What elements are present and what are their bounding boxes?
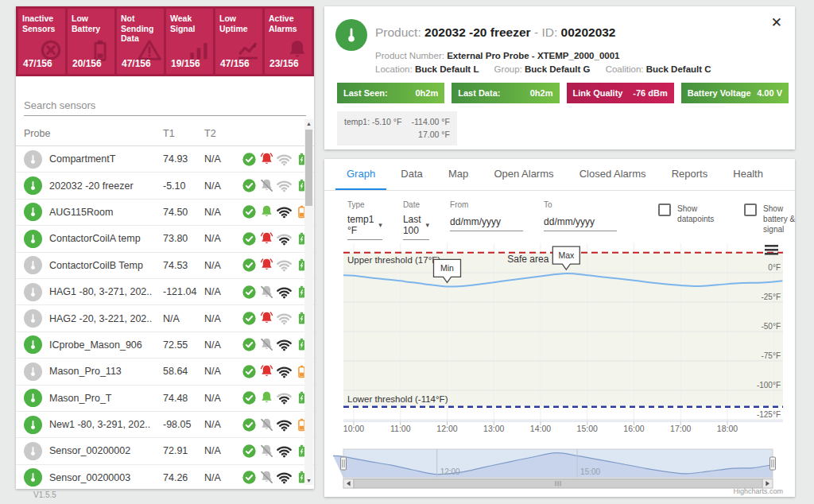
bell-icon xyxy=(258,310,275,327)
wifi-icon xyxy=(276,443,293,459)
x-axis-label: 17:00 xyxy=(670,424,691,433)
stat-tile-weak-signal[interactable]: Weak Signal19/156 xyxy=(166,9,213,74)
scrollbar-thumb[interactable] xyxy=(305,130,312,206)
chart-menu-icon[interactable] xyxy=(765,253,778,255)
chart-menu-icon[interactable] xyxy=(765,249,778,251)
sensor-row[interactable]: Sensor_0020000272.91N/A xyxy=(16,438,314,464)
sensor-row[interactable]: ICprobe_Mason_90672.55N/A xyxy=(16,332,314,359)
max-callout-label: Max xyxy=(558,250,575,260)
sensor-t2-value: N/A xyxy=(204,207,241,218)
sensor-row[interactable]: Sensor_0020000374.26N/A xyxy=(16,465,314,489)
search-input[interactable] xyxy=(24,95,306,116)
badge-value: 0h2m xyxy=(416,88,439,98)
sensor-row[interactable]: Mason_Pro_11358.64N/A xyxy=(16,359,314,385)
alarm-bell-icon xyxy=(258,469,275,486)
show-datapoints-checkbox[interactable] xyxy=(658,204,671,216)
sensor-row[interactable]: HAG1 -80, 3-271, 202..-121.04N/A xyxy=(16,279,314,305)
sensor-t2-value: N/A xyxy=(204,260,241,271)
chart-menu-icon[interactable] xyxy=(765,245,778,247)
stat-label: Low Battery xyxy=(72,14,110,33)
ok-icon xyxy=(241,336,258,353)
tab-open-alarms[interactable]: Open Alarms xyxy=(483,159,564,190)
badge-battery-voltage: Battery Voltage4.00 V xyxy=(681,83,789,103)
sensor-t2-value: N/A xyxy=(204,366,241,377)
stat-tile-inactive-sensors[interactable]: Inactive Sensors47/156 xyxy=(18,9,65,74)
sensor-t1-value: 74.26 xyxy=(163,472,204,483)
sensor-row[interactable]: HAG2 -20, 3-221, 202..N/AN/A xyxy=(16,305,314,331)
bell-icon xyxy=(258,231,275,247)
scroll-up-icon[interactable]: ▲ xyxy=(304,119,313,128)
navigator-handle[interactable] xyxy=(770,457,776,470)
tab-reports[interactable]: Reports xyxy=(661,159,719,190)
sensor-row[interactable]: New1 -80, 3-291, 202..-98.05N/A xyxy=(16,412,314,438)
alarm-bell-icon xyxy=(258,231,275,247)
ok-icon xyxy=(241,231,258,247)
product-number-row: Product Number: External Pro Probe - XTE… xyxy=(375,51,619,60)
sensor-t1-value: 72.55 xyxy=(163,339,204,351)
date-select[interactable]: Date Last 100▾ xyxy=(403,200,429,240)
tab-map[interactable]: Map xyxy=(437,159,479,190)
stat-tile-low-uptime[interactable]: Low Uptime47/156 xyxy=(215,9,262,74)
stat-tile-not-sending-data[interactable]: Not Sending Data47/156 xyxy=(117,9,164,74)
probe-thermometer-icon xyxy=(24,389,42,407)
y-axis-label: -25°F xyxy=(761,293,781,301)
sensor-row[interactable]: ContactorCoilB Temp74.53N/A xyxy=(16,253,314,279)
bell-icon xyxy=(258,469,275,486)
thermometer-icon xyxy=(26,312,40,325)
ok-check-icon xyxy=(241,177,258,194)
thermometer-icon xyxy=(26,365,40,378)
product-id: 00202032 xyxy=(561,25,616,39)
column-probe: Probe xyxy=(24,128,163,139)
ok-icon xyxy=(241,390,258,406)
ok-check-icon xyxy=(241,310,258,327)
ok-check-icon xyxy=(241,336,258,353)
from-date-input[interactable] xyxy=(450,216,523,231)
alarm-bell-icon xyxy=(258,257,275,273)
close-icon[interactable]: ✕ xyxy=(771,16,782,29)
tab-health[interactable]: Health xyxy=(722,159,774,190)
graph-panel: GraphDataMapOpen AlarmsClosed AlarmsRepo… xyxy=(324,159,795,497)
navigator-time-label: 15:00 xyxy=(580,467,600,476)
ok-check-icon xyxy=(241,363,258,380)
badge-value: -76 dBm xyxy=(633,88,667,98)
sensor-t2-value: N/A xyxy=(204,153,241,165)
tab-data[interactable]: Data xyxy=(390,159,433,190)
wifi-icon xyxy=(276,257,293,273)
sensor-row[interactable]: Mason_Pro_T74.48N/A xyxy=(16,386,314,412)
sensor-t2-value: N/A xyxy=(204,339,241,351)
sensor-row[interactable]: CompartmentT74.93N/A xyxy=(16,146,314,173)
ok-check-icon xyxy=(241,231,258,247)
probe-thermometer-icon xyxy=(24,362,42,381)
wifi-icon xyxy=(276,469,293,486)
filters-row: Type temp1 °F▾ Date Last 100▾ From To Sh… xyxy=(324,191,795,238)
sensor-row[interactable]: ContactorCoilA temp73.80N/A xyxy=(16,226,314,252)
sensor-row[interactable]: 202032 -20 freezer-5.10N/A xyxy=(16,173,314,199)
tab-graph[interactable]: Graph xyxy=(335,159,386,190)
highcharts-credit[interactable]: Highcharts.com xyxy=(733,487,783,495)
sensor-row[interactable]: AUG115Room74.50N/A xyxy=(16,200,314,226)
stat-value: 19/156 xyxy=(171,58,200,69)
x-axis-label: 16:00 xyxy=(623,424,644,433)
type-select[interactable]: Type temp1 °F▾ xyxy=(347,200,382,240)
stat-tile-active-alarms[interactable]: Active Alarms23/156 xyxy=(265,9,312,74)
wifi-icon xyxy=(276,151,293,168)
alarm-bell-icon xyxy=(258,310,275,327)
scroll-down-icon[interactable]: ▼ xyxy=(304,476,313,485)
wifi-signal-icon xyxy=(276,284,293,300)
thermometer-icon xyxy=(26,232,40,246)
sensor-name: Mason_Pro_T xyxy=(49,393,163,404)
to-date-input[interactable] xyxy=(544,216,617,231)
stat-label: Low Uptime xyxy=(219,14,258,33)
tab-closed-alarms[interactable]: Closed Alarms xyxy=(568,159,657,190)
probe-thermometer-icon xyxy=(24,468,42,487)
bell-icon xyxy=(258,177,275,194)
navigator-handle[interactable] xyxy=(341,457,347,470)
sensor-name: AUG115Room xyxy=(49,207,163,218)
x-axis-label: 11:00 xyxy=(390,424,411,433)
stat-tile-low-battery[interactable]: Low Battery20/156 xyxy=(68,9,114,74)
wifi-signal-icon xyxy=(276,417,293,433)
alarm-bell-icon xyxy=(258,363,275,380)
list-scrollbar[interactable]: ▲ ▼ xyxy=(304,119,313,485)
sensor-t2-value: N/A xyxy=(204,445,241,456)
show-battery-signal-checkbox[interactable] xyxy=(744,204,757,216)
